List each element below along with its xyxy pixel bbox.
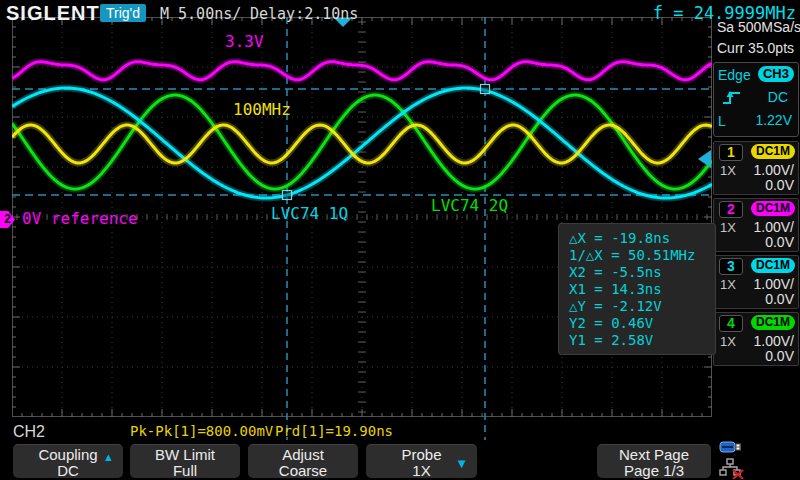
trigger-delay-readout[interactable]: Delay:2.10ns (250, 5, 358, 23)
button-label: Adjust (248, 447, 358, 463)
timebase-readout[interactable]: M 5.00ns/ (160, 5, 241, 23)
bw-limit-button[interactable]: BW Limit Full (130, 444, 240, 478)
channel-number: 2 (719, 201, 743, 218)
cursor-readout-line: △X = -19.8ns (569, 230, 715, 247)
rising-edge-icon (722, 89, 742, 106)
graticule-label: 3.3V (225, 32, 264, 51)
channel-coupling-badge: DC1M (751, 258, 795, 273)
cursor-readout-line: △Y = -2.12V (569, 298, 715, 315)
channel-offset: 0.0V (765, 234, 794, 250)
lan-disconnected-icon (720, 459, 743, 479)
channel-probe: 1X (720, 220, 736, 235)
channel-2-box[interactable]: 2 DC1M 1X 1.00V/ 0.0V (713, 198, 799, 252)
adjust-button[interactable]: Adjust Coarse (248, 444, 358, 478)
channel-offset: 0.0V (765, 348, 794, 364)
softkey-menu: Coupling DC ▲ BW Limit Full Adjust Coars… (0, 443, 800, 480)
measurement-bar: CH2 Pk-Pk[1]=800.00mV Prd[1]=19.90ns (0, 417, 800, 443)
button-label: BW Limit (130, 447, 240, 463)
active-channel-label: CH2 (13, 423, 45, 441)
cursor-readout-line: Y2 = 0.46V (569, 315, 715, 332)
usb-icon (720, 442, 741, 452)
button-value: Full (130, 463, 240, 479)
button-label: Next Page (597, 447, 711, 463)
probe-button[interactable]: Probe 1X ▼ (366, 444, 477, 478)
status-icons (719, 439, 749, 479)
channel-scale: 1.00V/ (754, 276, 794, 292)
cursor-readout-line: 1/△X = 50.51MHz (569, 247, 715, 264)
down-arrow-icon: ▼ (455, 456, 468, 472)
channel-probe: 1X (720, 334, 736, 349)
cursor-readout-box: △X = -19.8ns 1/△X = 50.51MHz X2 = -5.5ns… (558, 223, 716, 355)
channel-4-box[interactable]: 4 DC1M 1X 1.00V/ 0.0V (713, 312, 799, 366)
button-value: Coarse (248, 463, 358, 479)
channel-coupling-badge: DC1M (751, 201, 795, 216)
trigger-coupling: DC (768, 89, 788, 105)
graticule-label: 100MHz (233, 100, 291, 119)
channel-probe: 1X (720, 277, 736, 292)
channel-coupling-badge: DC1M (751, 315, 795, 330)
trigger-level-label: L (718, 113, 726, 129)
channel-3-box[interactable]: 3 DC1M 1X 1.00V/ 0.0V (713, 255, 799, 309)
trigger-source-badge[interactable]: CH3 (758, 66, 794, 82)
button-value: Page 1/3 (597, 463, 711, 479)
frequency-counter: f = 24.9999MHz (653, 3, 796, 23)
channel-scale: 1.00V/ (754, 219, 794, 235)
sidebar: Sa 500MSa/s Curr 35.0pts Edge CH3 DC L 1… (712, 17, 800, 417)
cursor-readout-line: X2 = -5.5ns (569, 264, 715, 281)
channel-1-box[interactable]: 1 DC1M 1X 1.00V/ 0.0V (713, 141, 799, 195)
channel-probe: 1X (720, 163, 736, 178)
next-page-button[interactable]: Next Page Page 1/3 (597, 444, 711, 478)
up-arrow-icon: ▲ (103, 449, 114, 465)
channel-scale: 1.00V/ (754, 162, 794, 178)
channel-number: 1 (719, 144, 743, 161)
channel-coupling-badge: DC1M (751, 144, 795, 159)
oscilloscope-screen: SIGLENT Trig'd M 5.00ns/ Delay:2.10ns f … (0, 0, 800, 480)
channel-number: 3 (719, 258, 743, 275)
memory-depth: Curr 35.0pts (712, 38, 800, 59)
trigger-level-value: 1.22V (755, 112, 792, 128)
measurement-pkpk: Pk-Pk[1]=800.00mV (130, 423, 273, 439)
trigger-status-badge: Trig'd (100, 4, 146, 22)
graticule-label: 0V reference (22, 209, 138, 228)
trigger-mode-label: Edge (718, 67, 751, 83)
trigger-panel[interactable]: Edge CH3 DC L 1.22V (713, 62, 799, 137)
coupling-button[interactable]: Coupling DC ▲ (13, 444, 123, 478)
measurement-period: Prd[1]=19.90ns (275, 423, 393, 439)
cursor-readout-line: Y1 = 2.58V (569, 332, 715, 349)
cursor-readout-line: X1 = 14.3ns (569, 281, 715, 298)
graticule-label: LVC74 1Q (271, 204, 348, 223)
siglent-logo: SIGLENT (6, 2, 100, 25)
channel-offset: 0.0V (765, 177, 794, 193)
button-value: DC (13, 463, 123, 479)
channel-number: 4 (719, 315, 743, 332)
channel-scale: 1.00V/ (754, 333, 794, 349)
channel-offset: 0.0V (765, 291, 794, 307)
graticule-label: LVC74 2Q (431, 196, 508, 215)
